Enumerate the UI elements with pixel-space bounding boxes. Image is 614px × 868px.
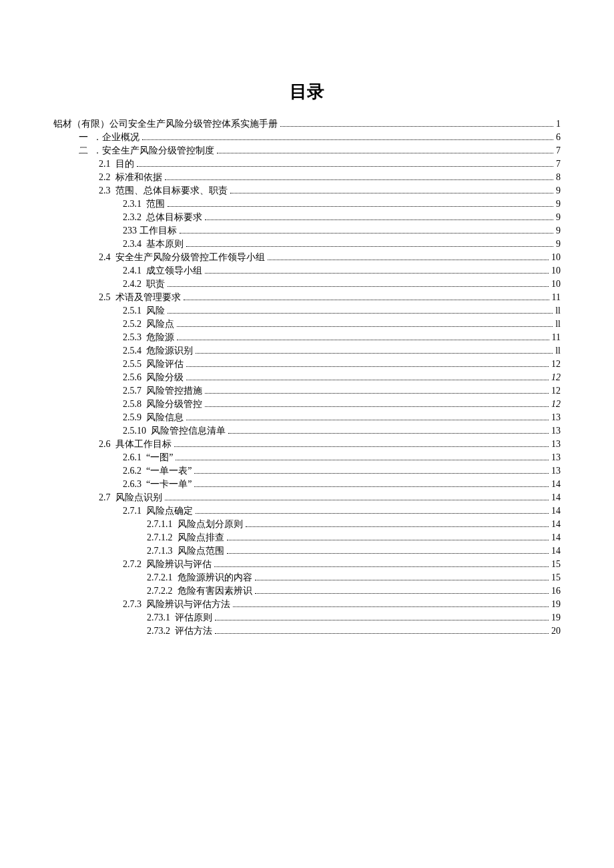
toc-entry-text: 评估方法: [175, 626, 212, 636]
toc-entry: 2.73.1 评估原则19: [53, 613, 561, 622]
toc-entry-sep: [141, 266, 146, 276]
toc-leader-dots: [246, 520, 549, 527]
toc-entry-label: 2.6.3 一卡一单: [123, 480, 192, 489]
toc-entry: 2.3.2 总体目标要求9: [53, 213, 561, 222]
toc-entry-label: 2.7.2.1 危险源辨识的内容: [147, 573, 252, 582]
toc-entry: 2.7.1.1 风险点划分原则14: [53, 520, 561, 529]
toc-entry-label: 2.7.1.3 风险点范围: [147, 546, 224, 556]
toc-entry-text: 风险点识别: [115, 492, 162, 502]
toc-entry: 2.6.2 一单一表13: [53, 466, 561, 476]
toc-leader-dots: [205, 400, 549, 407]
toc-title: 目录: [53, 80, 561, 103]
toc-entry-label: 2.4 安全生产风险分级管控工作领导小组: [99, 253, 265, 262]
toc-leader-dots: [255, 574, 549, 580]
toc-entry-label: 233 工作目标: [123, 226, 177, 236]
toc-entry-sep: [141, 359, 146, 369]
toc-entry-label: 2.5.5 风险评估: [123, 360, 184, 369]
toc-entry-text: 危险有害因素辨识: [178, 586, 252, 596]
toc-entry-text: 风险辨识与评估方法: [146, 599, 230, 609]
toc-entry-text: 评估原则: [175, 612, 212, 622]
toc-entry-label: 2.7.1.2 风险点排查: [147, 533, 224, 542]
toc-leader-dots: [177, 320, 553, 327]
toc-leader-dots: [142, 133, 553, 140]
toc-entry-sep: [111, 172, 115, 182]
toc-entry: 2.4.2 职责10: [53, 280, 561, 289]
toc-entry-text: 危险源辨识的内容: [178, 572, 252, 582]
toc-entry-number: 2.5.2: [123, 319, 141, 329]
toc-entry-sep: [111, 159, 115, 169]
toc-entry-page: 11: [552, 293, 561, 302]
toc-entry-number: 2.4: [99, 252, 111, 262]
toc-entry-text: ．安全生产风险分级管控制度: [93, 145, 214, 155]
toc-entry-page: ll: [555, 306, 561, 316]
toc-entry-label: 2.2 标准和依据: [99, 173, 162, 182]
toc-entry-page: 12: [551, 386, 561, 396]
toc-entry: 233 工作目标9: [53, 226, 561, 236]
toc-entry-page: 15: [551, 573, 561, 582]
toc-entry-label: 二 ．安全生产风险分级管控制度: [79, 146, 214, 155]
toc-entry-number: 2.1: [99, 159, 111, 169]
toc-entry-text: 危险源: [146, 332, 174, 342]
toc-entry-text: 风险管控信息清单: [151, 426, 226, 436]
toc-entry-number: 2.5.7: [123, 386, 141, 396]
toc-entry: 2.3.4 基本原则9: [53, 240, 561, 249]
toc-entry-label: 2.6 具体工作目标: [99, 440, 172, 449]
toc-entry-number: 233: [123, 226, 137, 236]
toc-entry-label: 2.5.9 风险信息: [123, 413, 184, 422]
toc-entry-number: 2.7.1: [123, 506, 141, 516]
toc-entry-sep: [141, 346, 146, 356]
toc-leader-dots: [186, 414, 549, 420]
toc-entry-label: 2.7.2.2 危险有害因素辨识: [147, 586, 252, 596]
toc-leader-dots: [268, 254, 549, 260]
toc-leader-dots: [194, 480, 549, 487]
toc-entry-page: 8: [556, 173, 561, 182]
toc-entry-sep: [141, 279, 146, 289]
toc-entry-page: 14: [551, 520, 561, 529]
toc-entry-number: 2.6.1: [123, 452, 141, 462]
toc-entry-label: 铝材（有限）公司安全生产风险分级管控体系实施手册: [53, 119, 278, 129]
toc-entry-page: 1: [556, 119, 561, 129]
toc-entry-number: 2.3.4: [123, 239, 141, 249]
toc-leader-dots: [165, 494, 549, 500]
toc-entry-label: 2.6.1 一图: [123, 453, 173, 462]
toc-entry: 2.6 具体工作目标13: [53, 440, 561, 449]
toc-leader-dots: [227, 534, 549, 540]
toc-entry-text: 风险点: [146, 319, 174, 329]
toc-entry-number: 2.5.10: [123, 426, 146, 436]
toc-entry-text: 风险信息: [146, 412, 184, 422]
toc-leader-dots: [228, 427, 549, 434]
toc-entry-sep: [170, 612, 175, 622]
toc-entry-label: 2.3.1 范围: [123, 199, 165, 209]
toc-entry-text: 风险点确定: [146, 506, 193, 516]
toc-entry: 2.2 标准和依据8: [53, 173, 561, 182]
toc-entry-page: 13: [551, 440, 561, 449]
toc-leader-dots: [186, 360, 549, 367]
toc-entry-number: 2.2: [99, 172, 111, 182]
toc-entry-number: 2.4.2: [123, 279, 141, 289]
toc-entry-sep: [141, 332, 146, 342]
toc-entry-text: 范围: [146, 199, 165, 209]
toc-entry: 2.1 目的7: [53, 159, 561, 169]
toc-leader-dots: [180, 227, 554, 234]
toc-entry-page: 16: [551, 586, 561, 596]
toc-entry-page: 9: [556, 213, 561, 222]
toc-entry: 2.7.2.1 危险源辨识的内容15: [53, 573, 561, 582]
toc-entry-page: 7: [556, 159, 561, 169]
toc-entry-text: 一图: [146, 452, 173, 462]
toc-entry-sep: [141, 399, 146, 409]
toc-leader-dots: [137, 160, 554, 167]
toc-entry: 2.7.2.2 危险有害因素辨识16: [53, 586, 561, 596]
toc-entry-page: ll: [555, 346, 561, 356]
toc-entry-number: 2.7.1.1: [147, 519, 173, 529]
toc-entry-number: 2.7.2.2: [147, 586, 173, 596]
toc-leader-dots: [196, 347, 553, 354]
toc-entry-page: 9: [556, 226, 561, 236]
toc-entry: 2.7.3 风险辨识与评估方法19: [53, 600, 561, 609]
toc-entry-label: 2.7.1.1 风险点划分原则: [147, 520, 243, 529]
toc-entry-label: 2.5.3 危险源: [123, 333, 174, 342]
toc-entry-label: 2.5.1 风险: [123, 306, 165, 316]
toc-entry-label: 2.3 范围、总体目标要求、职责: [99, 186, 228, 195]
toc-entry-text: 一单一表: [146, 466, 192, 476]
toc-entry-page: 14: [551, 480, 561, 489]
toc-leader-dots: [280, 120, 553, 127]
